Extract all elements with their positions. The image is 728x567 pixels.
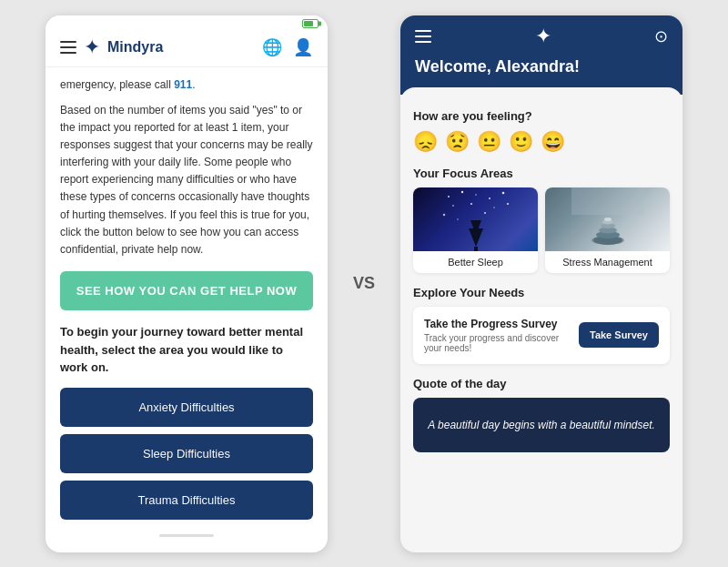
left-content: emergency, please call 911. Based on the…	[46, 67, 328, 552]
svg-point-8	[493, 207, 494, 208]
svg-rect-24	[571, 187, 644, 215]
explore-label: Explore Your Needs	[413, 286, 670, 299]
sleep-image	[413, 187, 538, 251]
user-icon[interactable]: 👤	[293, 37, 313, 57]
globe-icon[interactable]: 🌐	[262, 37, 282, 57]
svg-point-1	[448, 196, 450, 197]
right-header: ✦ ⊙ Welcome, Alexandra!	[400, 15, 682, 95]
explore-title: Take the Progress Survey	[424, 318, 570, 330]
mood-sad[interactable]: 😟	[445, 130, 470, 154]
left-phone: ✦ Mindyra 🌐 👤 emergency, please call 911…	[46, 15, 328, 552]
brand-name: Mindyra	[107, 39, 262, 56]
explore-card: Take the Progress Survey Track your prog…	[413, 307, 670, 364]
svg-point-10	[442, 213, 444, 215]
sleep-label: Better Sleep	[413, 251, 538, 273]
quote-card: A beautiful day begins with a beautiful …	[413, 398, 670, 452]
quote-text: A beautiful day begins with a beautiful …	[428, 417, 655, 433]
menu-icon[interactable]	[60, 41, 76, 54]
emergency-text: emergency, please call 911.	[60, 78, 313, 91]
stress-image	[545, 187, 670, 251]
svg-point-7	[470, 202, 471, 204]
right-content: How are you feeling? 😞 😟 😐 🙂 😄 Your Focu…	[400, 102, 682, 552]
get-help-button[interactable]: SEE HOW YOU CAN GET HELP NOW	[60, 271, 313, 310]
svg-point-2	[460, 190, 462, 192]
svg-point-12	[484, 212, 486, 214]
svg-point-11	[457, 218, 459, 220]
svg-point-4	[489, 197, 490, 199]
svg-point-23	[604, 218, 612, 221]
focus-areas-row: Better Sleep	[413, 187, 670, 273]
vs-label: VS	[337, 274, 391, 293]
scroll-indicator	[159, 534, 214, 537]
explore-text-block: Take the Progress Survey Track your prog…	[424, 318, 570, 353]
svg-rect-15	[474, 247, 478, 251]
main-container: ✦ Mindyra 🌐 👤 emergency, please call 911…	[0, 0, 728, 567]
svg-point-6	[452, 205, 454, 207]
svg-point-3	[475, 194, 477, 196]
quote-label: Quote of the day	[413, 377, 670, 390]
header-curve	[400, 87, 682, 102]
welcome-text: Welcome, Alexandra!	[415, 57, 668, 76]
emergency-link[interactable]: 911	[174, 78, 192, 91]
sleep-difficulties-button[interactable]: Sleep Difficulties	[60, 434, 313, 473]
mood-neutral[interactable]: 😐	[477, 130, 501, 154]
trauma-difficulties-button[interactable]: Trauma Difficulties	[60, 481, 313, 520]
left-header: ✦ Mindyra 🌐 👤	[46, 30, 328, 67]
description-text: Based on the number of items you said "y…	[60, 102, 313, 259]
mood-very-sad[interactable]: 😞	[413, 130, 438, 154]
explore-subtitle: Track your progress and discover your ne…	[424, 333, 570, 353]
right-logo-star-icon: ✦	[535, 25, 551, 48]
mood-very-happy[interactable]: 😄	[541, 130, 565, 154]
right-user-icon[interactable]: ⊙	[654, 26, 668, 46]
battery-icon	[302, 19, 318, 28]
take-survey-button[interactable]: Take Survey	[579, 322, 659, 348]
stones-overlay	[545, 187, 670, 251]
svg-point-5	[501, 191, 504, 194]
stars-overlay	[413, 187, 538, 251]
focus-areas-label: Your Focus Areas	[413, 167, 670, 180]
status-bar	[46, 15, 328, 30]
anxiety-difficulties-button[interactable]: Anxiety Difficulties	[60, 388, 313, 427]
focus-card-sleep[interactable]: Better Sleep	[413, 187, 538, 273]
mood-happy[interactable]: 🙂	[509, 130, 533, 154]
feeling-label: How are you feeling?	[413, 109, 670, 123]
right-header-top: ✦ ⊙	[415, 25, 668, 48]
mood-row: 😞 😟 😐 🙂 😄	[413, 130, 670, 154]
right-menu-icon[interactable]	[415, 30, 431, 43]
logo-star-icon: ✦	[84, 35, 100, 59]
stress-label: Stress Management	[545, 251, 670, 273]
header-icons: 🌐 👤	[262, 37, 313, 57]
focus-card-stress[interactable]: Stress Management	[545, 187, 670, 273]
svg-point-9	[507, 203, 509, 205]
journey-text: To begin your journey toward better ment…	[60, 323, 313, 377]
right-phone: ✦ ⊙ Welcome, Alexandra! How are you feel…	[400, 15, 682, 552]
